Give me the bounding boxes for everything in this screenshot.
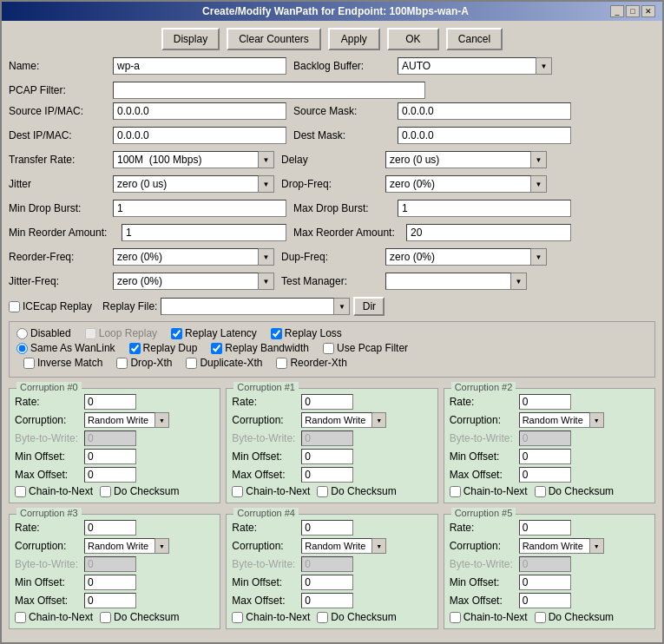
drop-xth-label[interactable]: Drop-Xth	[116, 357, 172, 369]
dup-freq-dropdown-btn[interactable]: ▼	[531, 248, 547, 266]
delay-input[interactable]	[385, 151, 531, 168]
inverse-match-label[interactable]: Inverse Match	[23, 357, 102, 369]
do-checksum-checkbox-5[interactable]	[535, 612, 546, 623]
do-checksum-checkbox-0[interactable]	[100, 486, 111, 497]
min-drop-burst-input[interactable]	[113, 200, 286, 217]
replay-bandwidth-checkbox[interactable]	[211, 343, 222, 354]
do-checksum-checkbox-4[interactable]	[317, 612, 328, 623]
replay-file-input[interactable]	[161, 298, 334, 315]
apply-button[interactable]: Apply	[328, 28, 380, 50]
chain-to-next-checkbox-3[interactable]	[15, 612, 26, 623]
corruption-min-offset-input-3[interactable]	[84, 575, 136, 590]
jitter-freq-dropdown-btn[interactable]: ▼	[259, 273, 274, 290]
pcap-filter-input[interactable]	[113, 82, 425, 99]
max-drop-burst-input[interactable]	[398, 200, 571, 217]
corruption-type-dropdown-btn-3[interactable]: ▼	[155, 538, 169, 554]
chain-to-next-label-3[interactable]: Chain-to-Next	[15, 611, 93, 623]
chain-to-next-label-0[interactable]: Chain-to-Next	[15, 485, 93, 497]
chain-to-next-label-1[interactable]: Chain-to-Next	[232, 485, 310, 497]
corruption-rate-input-3[interactable]	[84, 520, 136, 536]
inverse-match-checkbox[interactable]	[23, 358, 35, 369]
corruption-type-input-1[interactable]	[301, 412, 372, 428]
delay-dropdown-btn[interactable]: ▼	[531, 151, 547, 168]
do-checksum-checkbox-1[interactable]	[317, 486, 328, 497]
test-manager-dropdown-btn[interactable]: ▼	[511, 273, 527, 290]
transfer-rate-dropdown-btn[interactable]: ▼	[259, 151, 274, 168]
do-checksum-label-2[interactable]: Do Checksum	[535, 485, 614, 497]
drop-xth-checkbox[interactable]	[116, 358, 128, 369]
chain-to-next-label-4[interactable]: Chain-to-Next	[232, 611, 310, 623]
do-checksum-label-3[interactable]: Do Checksum	[100, 611, 179, 623]
corruption-min-offset-input-2[interactable]	[519, 449, 571, 464]
corruption-type-input-5[interactable]	[519, 538, 590, 554]
duplicate-xth-checkbox[interactable]	[186, 358, 197, 369]
corruption-min-offset-input-0[interactable]	[84, 449, 136, 464]
loop-replay-checkbox[interactable]	[85, 328, 96, 339]
same-as-wanlink-radio[interactable]	[16, 343, 28, 354]
drop-freq-dropdown-btn[interactable]: ▼	[531, 175, 547, 193]
jitter-input[interactable]	[113, 175, 259, 193]
close-button[interactable]: ✕	[641, 5, 655, 17]
do-checksum-label-4[interactable]: Do Checksum	[317, 611, 396, 623]
chain-to-next-checkbox-2[interactable]	[450, 486, 461, 497]
corruption-type-input-3[interactable]	[84, 538, 155, 554]
dest-ip-input[interactable]	[113, 127, 286, 144]
minimize-button[interactable]: _	[610, 5, 624, 17]
reorder-freq-dropdown-btn[interactable]: ▼	[259, 248, 274, 266]
use-pcap-filter-checkbox[interactable]	[323, 343, 334, 354]
reorder-xth-checkbox[interactable]	[276, 358, 287, 369]
chain-to-next-checkbox-0[interactable]	[15, 486, 26, 497]
icecap-replay-checkbox-label[interactable]: ICEcap Replay	[9, 300, 92, 312]
corruption-type-dropdown-btn-5[interactable]: ▼	[590, 538, 604, 554]
source-ip-input[interactable]	[113, 102, 286, 120]
chain-to-next-checkbox-4[interactable]	[232, 612, 243, 623]
corruption-rate-input-1[interactable]	[301, 394, 353, 410]
corruption-rate-input-5[interactable]	[519, 520, 571, 536]
corruption-rate-input-4[interactable]	[301, 520, 353, 536]
replay-dup-checkbox[interactable]	[129, 343, 141, 354]
loop-replay-label[interactable]: Loop Replay	[85, 327, 157, 339]
reorder-freq-input[interactable]	[113, 248, 259, 266]
corruption-rate-input-0[interactable]	[84, 394, 136, 410]
replay-file-dropdown-btn[interactable]: ▼	[334, 298, 350, 315]
corruption-min-offset-input-1[interactable]	[301, 449, 353, 464]
clear-counters-button[interactable]: Clear Counters	[227, 28, 321, 50]
replay-loss-checkbox[interactable]	[271, 328, 282, 339]
do-checksum-checkbox-2[interactable]	[535, 486, 546, 497]
corruption-max-offset-input-3[interactable]	[84, 593, 136, 608]
do-checksum-label-5[interactable]: Do Checksum	[535, 611, 614, 623]
chain-to-next-label-2[interactable]: Chain-to-Next	[450, 485, 528, 497]
corruption-max-offset-input-4[interactable]	[301, 593, 353, 608]
maximize-button[interactable]: □	[626, 5, 640, 17]
corruption-type-dropdown-btn-2[interactable]: ▼	[590, 412, 604, 428]
corruption-type-dropdown-btn-0[interactable]: ▼	[155, 412, 169, 428]
disabled-radio[interactable]	[16, 328, 28, 339]
same-as-wanlink-radio-label[interactable]: Same As WanLink	[16, 342, 115, 354]
jitter-freq-input[interactable]	[113, 273, 259, 290]
replay-bandwidth-label[interactable]: Replay Bandwidth	[211, 342, 309, 354]
display-button[interactable]: Display	[161, 28, 220, 50]
dup-freq-input[interactable]	[385, 248, 531, 266]
transfer-rate-input[interactable]	[113, 151, 259, 168]
corruption-max-offset-input-0[interactable]	[84, 467, 136, 483]
corruption-type-input-0[interactable]	[84, 412, 155, 428]
cancel-button[interactable]: Cancel	[446, 28, 503, 50]
replay-latency-checkbox[interactable]	[171, 328, 182, 339]
corruption-max-offset-input-1[interactable]	[301, 467, 353, 483]
duplicate-xth-label[interactable]: Duplicate-Xth	[186, 357, 262, 369]
corruption-type-dropdown-btn-4[interactable]: ▼	[372, 538, 386, 554]
corruption-max-offset-input-5[interactable]	[519, 593, 571, 608]
dir-button[interactable]: Dir	[353, 297, 385, 316]
dest-mask-input[interactable]	[398, 127, 571, 144]
chain-to-next-checkbox-5[interactable]	[450, 612, 461, 623]
corruption-type-input-2[interactable]	[519, 412, 590, 428]
test-manager-input[interactable]	[385, 273, 511, 290]
corruption-min-offset-input-4[interactable]	[301, 575, 353, 590]
do-checksum-label-0[interactable]: Do Checksum	[100, 485, 179, 497]
corruption-max-offset-input-2[interactable]	[519, 467, 571, 483]
jitter-dropdown-btn[interactable]: ▼	[259, 175, 274, 193]
chain-to-next-label-5[interactable]: Chain-to-Next	[450, 611, 528, 623]
replay-dup-label[interactable]: Replay Dup	[129, 342, 198, 354]
name-input[interactable]	[113, 57, 286, 75]
backlog-buffer-input[interactable]	[398, 57, 536, 75]
